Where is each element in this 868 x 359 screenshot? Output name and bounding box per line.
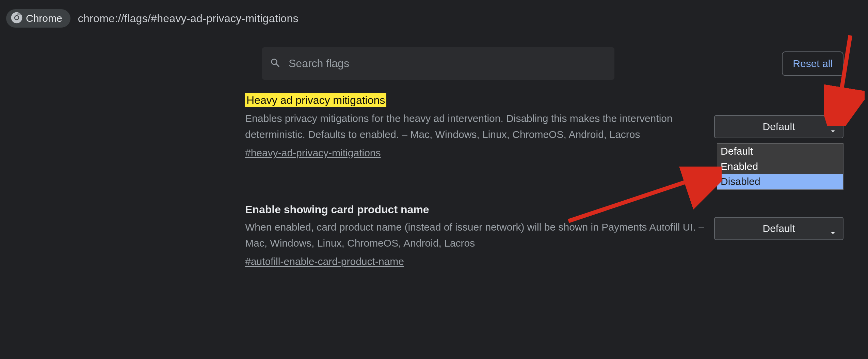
flag-title: Heavy ad privacy mitigations xyxy=(245,93,386,107)
flag-description: When enabled, card product name (instead… xyxy=(245,219,708,251)
svg-point-2 xyxy=(15,16,18,19)
reset-all-button[interactable]: Reset all xyxy=(782,51,843,76)
flag-text-block: Enable showing card product name When en… xyxy=(245,203,708,267)
chrome-icon xyxy=(11,12,22,25)
search-row: Reset all xyxy=(0,47,868,80)
search-icon xyxy=(270,57,281,70)
flag-item: Enable showing card product name When en… xyxy=(245,203,843,267)
flag-text-block: Heavy ad privacy mitigations Enables pri… xyxy=(245,93,708,159)
flag-state-value: Default xyxy=(715,223,843,234)
dropdown-option-disabled[interactable]: Disabled xyxy=(717,174,843,189)
search-box[interactable] xyxy=(262,47,614,80)
flag-state-select[interactable]: Default xyxy=(714,217,843,240)
address-bar: Chrome chrome://flags/#heavy-ad-privacy-… xyxy=(0,0,868,37)
flag-state-select[interactable]: Default xyxy=(714,115,843,138)
flag-anchor-link[interactable]: #autofill-enable-card-product-name xyxy=(245,256,404,267)
flag-state-value: Default xyxy=(715,121,843,132)
flag-title: Enable showing card product name xyxy=(245,203,429,216)
dropdown-option-default[interactable]: Default xyxy=(717,144,843,159)
flag-state-dropdown[interactable]: Default Enabled Disabled xyxy=(717,143,843,190)
site-chip-label: Chrome xyxy=(26,13,62,24)
dropdown-option-enabled[interactable]: Enabled xyxy=(717,159,843,174)
flag-description: Enables privacy mitigations for the heav… xyxy=(245,111,708,142)
flag-anchor-link[interactable]: #heavy-ad-privacy-mitigations xyxy=(245,147,381,159)
search-input[interactable] xyxy=(289,57,607,70)
site-chip[interactable]: Chrome xyxy=(6,9,70,28)
flags-page: Reset all Heavy ad privacy mitigations E… xyxy=(0,37,868,359)
url-text[interactable]: chrome://flags/#heavy-ad-privacy-mitigat… xyxy=(78,12,299,25)
